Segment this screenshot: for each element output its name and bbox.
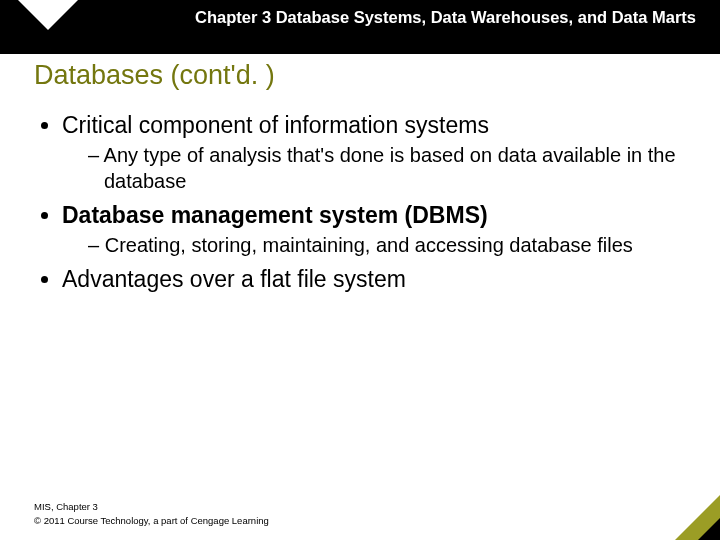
bullet-2-sub: Creating, storing, maintaining, and acce… xyxy=(62,232,686,258)
footer-line2: © 2011 Course Technology, a part of Ceng… xyxy=(34,515,269,526)
bullet-3-text: Advantages over a flat file system xyxy=(62,266,406,292)
page-number: 6 xyxy=(682,503,690,520)
black-triangle-icon xyxy=(698,518,720,540)
bullet-1: Critical component of information system… xyxy=(62,110,686,194)
bullet-2-text: Database management system (DBMS) xyxy=(62,202,488,228)
bullet-2: Database management system (DBMS) Creati… xyxy=(62,200,686,258)
bullet-1-text: Critical component of information system… xyxy=(62,112,489,138)
bullet-2-sub-1: Creating, storing, maintaining, and acce… xyxy=(88,232,686,258)
bullet-1-sub: Any type of analysis that's done is base… xyxy=(62,142,686,194)
chapter-header: Chapter 3 Database Systems, Data Warehou… xyxy=(160,6,696,28)
header-notch-decor xyxy=(18,0,78,30)
slide-body: Critical component of information system… xyxy=(34,110,686,298)
bullet-3: Advantages over a flat file system xyxy=(62,264,686,294)
footer-line1: MIS, Chapter 3 xyxy=(34,501,98,512)
bullet-1-sub-1: Any type of analysis that's done is base… xyxy=(88,142,686,194)
footer-text: MIS, Chapter 3 © 2011 Course Technology,… xyxy=(34,500,269,528)
slide-title: Databases (cont'd. ) xyxy=(34,60,275,91)
footer-corner-decor xyxy=(640,485,720,540)
bullet-list: Critical component of information system… xyxy=(34,110,686,294)
header-bar: Chapter 3 Database Systems, Data Warehou… xyxy=(0,0,720,54)
